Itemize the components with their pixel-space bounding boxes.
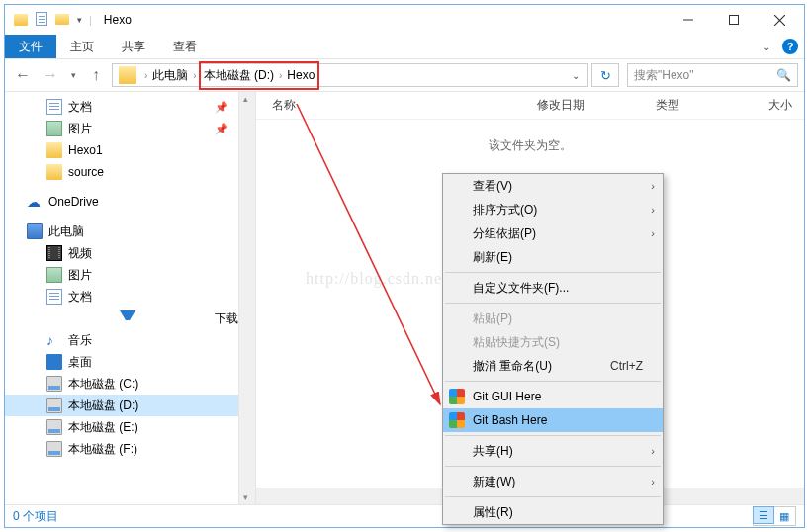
nav-icon: [46, 245, 62, 261]
col-date[interactable]: 修改日期: [537, 97, 656, 114]
navigation-pane[interactable]: 文档📌图片📌Hexo1source ☁OneDrive 此电脑 视频图片文档下载…: [5, 92, 239, 504]
nav-item[interactable]: 本地磁盘 (F:): [5, 438, 238, 460]
ctx-properties[interactable]: 属性(R): [443, 500, 663, 524]
ribbon-expand-icon[interactable]: ⌄: [763, 42, 770, 52]
quick-access-toolbar: ▾ |: [33, 10, 94, 30]
search-placeholder: 搜索"Hexo": [634, 67, 694, 84]
qat-properties[interactable]: [33, 10, 50, 30]
chevron-right-icon: ›: [651, 476, 655, 488]
ctx-sort[interactable]: 排序方式(O)›: [443, 198, 663, 222]
qat-dropdown[interactable]: ▾: [74, 13, 85, 27]
ctx-git-gui[interactable]: Git GUI Here: [443, 385, 663, 408]
nav-icon: [46, 441, 62, 457]
empty-folder-message: 该文件夹为空。: [256, 120, 804, 154]
title-bar: ▾ | Hexo: [5, 5, 804, 35]
scrollbar-vertical[interactable]: [239, 92, 256, 504]
forward-button[interactable]: →: [39, 63, 62, 87]
chevron-right-icon: ›: [651, 445, 655, 457]
app-icon: [13, 12, 29, 28]
nav-item[interactable]: 视频: [5, 242, 238, 264]
nav-item[interactable]: 文档📌: [5, 96, 238, 118]
view-toggle: ☰ ▦: [753, 506, 796, 526]
ctx-separator: [445, 381, 661, 382]
nav-icon: [46, 289, 62, 305]
nav-icon: [46, 354, 62, 370]
ctx-refresh[interactable]: 刷新(E): [443, 245, 663, 269]
address-dropdown[interactable]: ⌄: [566, 70, 585, 81]
chevron-right-icon: ›: [651, 204, 655, 216]
nav-item[interactable]: 下载: [5, 308, 238, 329]
nav-item[interactable]: 图片: [5, 264, 238, 286]
view-icons[interactable]: ▦: [773, 507, 795, 525]
nav-item[interactable]: Hexo1: [5, 139, 238, 161]
tab-view[interactable]: 查看: [159, 35, 211, 58]
nav-icon: [46, 121, 62, 136]
nav-icon: [46, 142, 62, 158]
ctx-separator: [445, 272, 661, 273]
nav-icon: [46, 419, 62, 435]
nav-item[interactable]: 本地磁盘 (D:): [5, 395, 238, 416]
minimize-button[interactable]: [666, 6, 711, 34]
nav-item[interactable]: 本地磁盘 (E:): [5, 416, 238, 438]
ctx-separator: [445, 303, 661, 304]
help-icon[interactable]: ?: [782, 39, 798, 54]
qat-new-folder[interactable]: [52, 12, 72, 29]
tab-home[interactable]: 主页: [56, 35, 108, 58]
up-button[interactable]: ↑: [84, 63, 108, 87]
highlighted-path: 本地磁盘 (D:) › Hexo: [199, 61, 320, 90]
onedrive-icon: ☁: [27, 194, 43, 210]
close-button[interactable]: [757, 6, 802, 34]
maximize-button[interactable]: [711, 6, 757, 34]
nav-icon: [120, 310, 135, 326]
col-name[interactable]: 名称: [272, 97, 537, 114]
ribbon: 文件 主页 共享 查看 ⌄ ?: [5, 35, 804, 59]
nav-icon: [46, 99, 62, 115]
search-icon: 🔍: [776, 68, 791, 82]
search-box[interactable]: 搜索"Hexo" 🔍: [627, 63, 798, 87]
body: 文档📌图片📌Hexo1source ☁OneDrive 此电脑 视频图片文档下载…: [5, 92, 804, 504]
tab-file[interactable]: 文件: [5, 35, 56, 58]
ctx-separator: [445, 466, 661, 467]
crumb-drive-d[interactable]: 本地磁盘 (D:): [203, 65, 275, 86]
nav-icon: ♪: [46, 332, 62, 348]
nav-item[interactable]: 图片📌: [5, 118, 238, 139]
address-row: ← → ▾ ↑ › 此电脑 › 本地磁盘 (D:) › Hexo ⌄ ↻ 搜索"…: [5, 59, 804, 92]
ctx-share[interactable]: 共享(H)›: [443, 439, 663, 463]
tab-share[interactable]: 共享: [108, 35, 159, 58]
ctx-paste: 粘贴(P): [443, 307, 663, 330]
nav-item[interactable]: ♪音乐: [5, 329, 238, 351]
chevron-right-icon[interactable]: ›: [140, 70, 151, 81]
ctx-group[interactable]: 分组依据(P)›: [443, 222, 663, 245]
git-icon: [449, 412, 465, 428]
ctx-undo[interactable]: 撤消 重命名(U)Ctrl+Z: [443, 354, 663, 378]
ctx-view[interactable]: 查看(V)›: [443, 174, 663, 198]
nav-icon: [46, 398, 62, 413]
col-size[interactable]: 大小: [755, 97, 804, 114]
chevron-right-icon[interactable]: ›: [275, 70, 286, 81]
nav-thispc[interactable]: 此电脑: [5, 221, 238, 242]
nav-onedrive[interactable]: ☁OneDrive: [5, 191, 238, 213]
recent-locations[interactable]: ▾: [66, 63, 80, 87]
pin-icon: 📌: [215, 123, 228, 135]
ctx-git-bash[interactable]: Git Bash Here: [443, 408, 663, 432]
nav-item[interactable]: 文档: [5, 286, 238, 308]
nav-icon: [46, 164, 62, 180]
nav-item[interactable]: source: [5, 161, 238, 183]
pc-icon: [27, 223, 43, 239]
view-details[interactable]: ☰: [753, 506, 774, 524]
ctx-new[interactable]: 新建(W)›: [443, 470, 663, 493]
ctx-separator: [445, 496, 661, 497]
crumb-hexo[interactable]: Hexo: [286, 66, 315, 84]
nav-icon: [46, 376, 62, 392]
qat-divider: |: [87, 14, 94, 26]
back-button[interactable]: ←: [11, 63, 35, 87]
refresh-button[interactable]: ↻: [591, 63, 619, 87]
col-type[interactable]: 类型: [656, 97, 755, 114]
ctx-paste-shortcut: 粘贴快捷方式(S): [443, 330, 663, 354]
column-headers[interactable]: 名称 修改日期 类型 大小: [256, 92, 804, 120]
nav-item[interactable]: 本地磁盘 (C:): [5, 373, 238, 395]
address-bar[interactable]: › 此电脑 › 本地磁盘 (D:) › Hexo ⌄: [112, 63, 588, 87]
ctx-customize[interactable]: 自定义文件夹(F)...: [443, 276, 663, 300]
nav-item[interactable]: 桌面: [5, 351, 238, 373]
crumb-thispc[interactable]: 此电脑: [151, 65, 189, 86]
